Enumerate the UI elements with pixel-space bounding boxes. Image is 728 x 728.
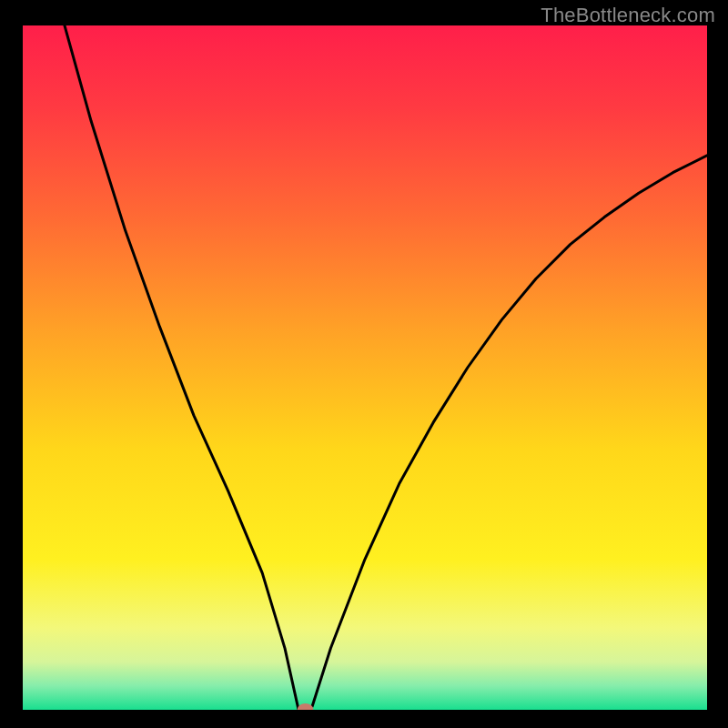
watermark-text: TheBottleneck.com: [541, 4, 715, 27]
chart-container: TheBottleneck.com: [0, 0, 728, 728]
svg-rect-2: [23, 25, 707, 710]
bottleneck-chart: [0, 0, 728, 728]
